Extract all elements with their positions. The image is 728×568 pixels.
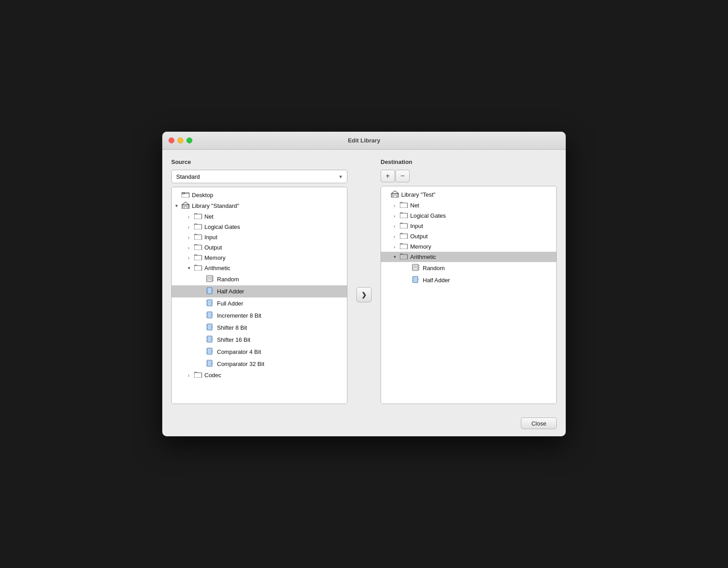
dest-tree-item-lib-test[interactable]: Library "Test" — [381, 189, 556, 200]
source-tree-item-shifter-8-label: Shifter 8 Bit — [217, 324, 247, 331]
source-tree-item-comparator-32[interactable]: Comparator 32 Bit — [172, 358, 347, 370]
dest-tree-item-net-label: Net — [410, 202, 419, 209]
component-icon — [206, 359, 215, 369]
destination-label: Destination — [381, 159, 557, 165]
no-chevron — [199, 301, 206, 306]
dest-tree-item-random[interactable]: Random — [381, 262, 556, 274]
remove-button[interactable]: − — [395, 170, 410, 182]
transfer-button[interactable]: ❯ — [356, 287, 372, 302]
svg-marker-4 — [182, 202, 189, 205]
svg-point-16 — [208, 277, 209, 278]
no-chevron — [199, 313, 206, 318]
component-icon-random — [412, 263, 420, 273]
main-content: Source Standard Custom ▼ Desktop — [162, 150, 566, 413]
chevron-right-icon: › — [188, 245, 194, 250]
source-tree-item-random[interactable]: Random — [172, 273, 347, 285]
dest-tree-item-half-adder[interactable]: Half Adder — [381, 274, 556, 286]
svg-rect-13 — [194, 266, 202, 271]
folder-icon — [194, 264, 202, 272]
component-icon — [206, 335, 215, 344]
svg-rect-10 — [194, 235, 202, 240]
source-tree-item-lib-standard[interactable]: ▾ Library "Standard" — [172, 200, 347, 211]
chevron-right-icon: › — [188, 235, 194, 240]
svg-rect-8 — [194, 214, 202, 219]
source-tree-item-memory-label: Memory — [204, 254, 225, 261]
component-icon-full-adder — [206, 299, 215, 308]
dest-tree-item-half-adder-label: Half Adder — [423, 277, 450, 284]
source-tree-item-input[interactable]: › Input — [172, 232, 347, 242]
svg-rect-47 — [207, 360, 212, 366]
no-chevron — [385, 192, 391, 197]
svg-point-66 — [416, 266, 416, 267]
svg-rect-61 — [400, 244, 407, 249]
source-tree-item-logical-gates[interactable]: › Logical Gates — [172, 222, 347, 232]
svg-rect-12 — [194, 255, 202, 260]
svg-marker-53 — [391, 191, 399, 194]
source-tree-item-comparator-4[interactable]: Comparator 4 Bit — [172, 346, 347, 358]
folder-icon — [194, 254, 202, 262]
source-tree-item-shifter-8[interactable]: Shifter 8 Bit — [172, 322, 347, 334]
library-icon — [182, 202, 190, 210]
source-tree-item-incrementer-8[interactable]: Incrementer 8 Bit — [172, 310, 347, 322]
source-tree-item-shifter-16[interactable]: Shifter 16 Bit — [172, 334, 347, 346]
middle-controls: ❯ — [356, 159, 372, 404]
source-tree-item-full-adder-label: Full Adder — [217, 300, 243, 307]
library-icon — [391, 190, 399, 199]
component-icon — [206, 323, 215, 332]
source-tree-item-arithmetic-label: Arithmetic — [204, 265, 230, 271]
bottom-bar: Close — [162, 413, 566, 436]
source-tree-item-full-adder[interactable]: Full Adder — [172, 297, 347, 310]
close-button[interactable]: Close — [521, 417, 557, 429]
folder-icon — [194, 233, 202, 241]
source-tree-item-output-label: Output — [204, 244, 222, 251]
svg-point-67 — [414, 267, 415, 268]
dest-tree-item-logical-gates-label: Logical Gates — [410, 212, 446, 219]
dest-tree-item-logical-gates[interactable]: › Logical Gates — [381, 211, 556, 221]
source-tree-item-net[interactable]: › Net — [172, 211, 347, 222]
no-chevron — [199, 361, 206, 366]
no-chevron — [405, 278, 412, 283]
destination-tree-panel[interactable]: Library "Test" › Net › — [381, 186, 557, 404]
source-tree-item-codec[interactable]: › Codec — [172, 370, 347, 380]
source-dropdown[interactable]: Standard Custom — [171, 170, 347, 183]
destination-toolbar: + − — [381, 170, 557, 182]
folder-icon — [182, 191, 190, 199]
chevron-open-icon: ▾ — [188, 265, 194, 271]
svg-rect-43 — [207, 348, 212, 354]
no-chevron — [199, 337, 206, 342]
source-tree-item-logical-gates-label: Logical Gates — [204, 224, 240, 230]
source-tree-item-output[interactable]: › Output — [172, 242, 347, 253]
dest-tree-item-memory[interactable]: › Memory — [381, 241, 556, 252]
source-tree-item-memory[interactable]: › Memory — [172, 253, 347, 263]
edit-library-window: Edit Library Source Standard Custom ▼ — [162, 132, 566, 436]
folder-icon — [400, 202, 408, 209]
add-button[interactable]: + — [381, 170, 395, 182]
chevron-right-icon: › — [394, 224, 400, 229]
source-panel: Source Standard Custom ▼ Desktop — [171, 159, 347, 404]
svg-rect-27 — [207, 300, 212, 306]
dest-tree-item-output[interactable]: › Output — [381, 231, 556, 241]
maximize-traffic-light[interactable] — [186, 138, 192, 143]
dest-tree-item-arithmetic[interactable]: ▾ Arithmetic — [381, 252, 556, 262]
svg-point-18 — [208, 279, 209, 280]
source-tree-item-arithmetic[interactable]: ▾ Arithmetic — [172, 263, 347, 273]
source-tree-item-net-label: Net — [204, 213, 213, 220]
svg-rect-59 — [400, 224, 407, 228]
svg-rect-39 — [207, 336, 212, 342]
source-tree-item-desktop[interactable]: Desktop — [172, 190, 347, 200]
minimize-traffic-light[interactable] — [178, 138, 183, 143]
chevron-right-icon: › — [394, 244, 400, 250]
source-tree-item-comparator-4-label: Comparator 4 Bit — [217, 349, 261, 355]
component-icon-half-adder — [412, 275, 420, 285]
svg-rect-54 — [394, 195, 396, 198]
source-tree-item-half-adder[interactable]: Half Adder — [172, 285, 347, 297]
dest-tree-item-input[interactable]: › Input — [381, 221, 556, 231]
svg-rect-72 — [413, 276, 418, 283]
folder-icon — [400, 243, 408, 250]
folder-icon — [400, 222, 408, 230]
source-tree-item-random-label: Random — [217, 276, 239, 283]
source-tree-panel[interactable]: Desktop ▾ Library "Standard" › — [171, 187, 347, 404]
dest-tree-item-net[interactable]: › Net — [381, 200, 556, 211]
close-traffic-light[interactable] — [169, 138, 174, 143]
component-icon-half-adder — [206, 287, 215, 296]
